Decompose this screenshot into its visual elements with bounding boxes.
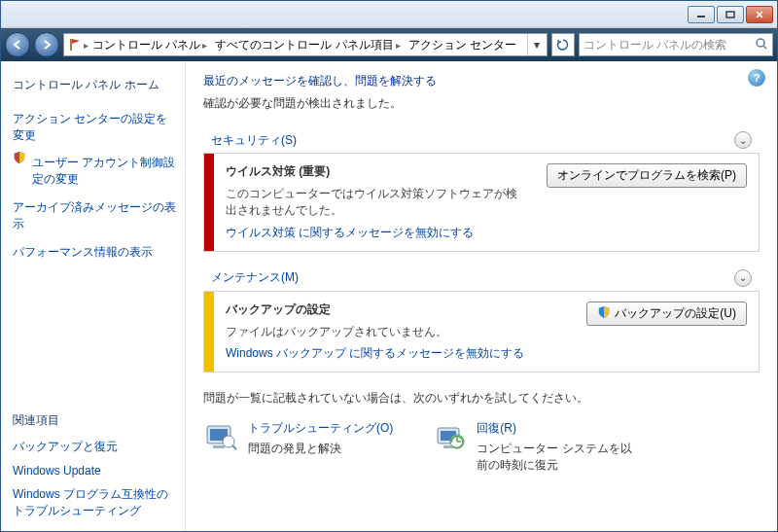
svg-rect-9 bbox=[213, 445, 225, 448]
search-placeholder: コントロール パネルの検索 bbox=[584, 37, 726, 53]
search-input[interactable]: コントロール パネルの検索 bbox=[579, 33, 773, 56]
breadcrumb-item[interactable]: すべてのコントロール パネル項目 ▸ bbox=[211, 37, 404, 53]
alert-body: ウイルス対策 (重要) このコンピューターではウイルス対策ソフトウェアが検出され… bbox=[214, 154, 535, 251]
alert-title: ウイルス対策 (重要) bbox=[226, 163, 523, 180]
refresh-button[interactable] bbox=[551, 33, 575, 56]
button-label: オンラインでプログラムを検索(P) bbox=[557, 167, 736, 184]
alert-body: バックアップの設定 ファイルはバックアップされていません。 Windows バッ… bbox=[214, 292, 575, 372]
control-panel-home-link[interactable]: コントロール パネル ホーム bbox=[13, 73, 177, 97]
svg-rect-1 bbox=[726, 12, 734, 18]
breadcrumb[interactable]: ▸ コントロール パネル ▸ すべてのコントロール パネル項目 ▸ アクション … bbox=[63, 33, 548, 56]
sidebar-item: アクション センターの設定を変更 bbox=[13, 107, 177, 148]
breadcrumb-label: アクション センター bbox=[408, 37, 516, 53]
sidebar-link-performance[interactable]: パフォーマンス情報の表示 bbox=[13, 240, 153, 265]
window-buttons bbox=[688, 6, 773, 23]
breadcrumb-label: すべてのコントロール パネル項目 bbox=[215, 37, 393, 53]
related-backup[interactable]: バックアップと復元 bbox=[13, 435, 177, 459]
alert-title: バックアップの設定 bbox=[226, 301, 563, 318]
breadcrumb-item[interactable]: アクション センター bbox=[405, 37, 520, 53]
related-heading: 関連項目 bbox=[13, 412, 177, 429]
maximize-button[interactable] bbox=[717, 6, 744, 23]
severity-stripe bbox=[204, 292, 214, 372]
recovery-icon bbox=[432, 420, 467, 455]
minimize-button[interactable] bbox=[688, 6, 715, 23]
svg-rect-4 bbox=[70, 39, 72, 51]
chevron-right-icon: ▸ bbox=[202, 40, 207, 51]
window-titlebar bbox=[1, 1, 777, 28]
svg-point-5 bbox=[757, 39, 764, 47]
related-windows-update[interactable]: Windows Update bbox=[13, 459, 177, 483]
alert-maintenance: バックアップの設定 ファイルはバックアップされていません。 Windows バッ… bbox=[203, 291, 760, 373]
chevron-down-icon[interactable]: ⌄ bbox=[734, 269, 752, 287]
section-header-security[interactable]: セキュリティ(S) ⌄ bbox=[203, 127, 760, 153]
chevron-right-icon: ▸ bbox=[396, 40, 401, 51]
footer-item-recovery: 回復(R) コンピューター システムを以前の時刻に復元 bbox=[432, 420, 632, 474]
troubleshoot-desc: 問題の発見と解決 bbox=[248, 441, 393, 457]
troubleshoot-link[interactable]: トラブルシューティング(O) bbox=[248, 420, 393, 437]
section-header-maintenance[interactable]: メンテナンス(M) ⌄ bbox=[203, 266, 760, 291]
footer-item-troubleshoot: トラブルシューティング(O) 問題の発見と解決 bbox=[203, 420, 393, 474]
sidebar-link-settings[interactable]: アクション センターの設定を変更 bbox=[13, 107, 177, 148]
alert-action: バックアップの設定(U) bbox=[575, 292, 759, 372]
sidebar-item: アーカイブ済みメッセージの表示 bbox=[13, 195, 177, 236]
back-button[interactable] bbox=[5, 32, 30, 57]
sidebar-link-uac[interactable]: ユーザー アカウント制御設定の変更 bbox=[32, 151, 177, 192]
disable-message-link[interactable]: ウイルス対策 に関するメッセージを無効にする bbox=[226, 226, 474, 239]
alert-description: このコンピューターではウイルス対策ソフトウェアが検出されませんでした。 bbox=[226, 186, 523, 219]
flag-icon bbox=[66, 36, 84, 53]
workspace: コントロール パネル ホーム アクション センターの設定を変更 ユーザー アカウ… bbox=[1, 61, 777, 531]
main-content: ? 最近のメッセージを確認し、問題を解決する 確認が必要な問題が検出されました。… bbox=[186, 61, 777, 531]
sidebar-link-archive[interactable]: アーカイブ済みメッセージの表示 bbox=[13, 195, 177, 236]
breadcrumb-item[interactable]: コントロール パネル ▸ bbox=[88, 37, 211, 53]
close-button[interactable] bbox=[746, 6, 773, 23]
troubleshoot-icon bbox=[203, 420, 238, 455]
sidebar-related: 関連項目 バックアップと復元 Windows Update Windows プロ… bbox=[13, 412, 177, 523]
search-online-button[interactable]: オンラインでプログラムを検索(P) bbox=[547, 163, 747, 188]
button-label: バックアップの設定(U) bbox=[615, 305, 736, 322]
sidebar-item: パフォーマンス情報の表示 bbox=[13, 240, 177, 265]
svg-line-11 bbox=[232, 445, 236, 449]
backup-settings-button[interactable]: バックアップの設定(U) bbox=[586, 301, 747, 326]
shield-icon bbox=[597, 305, 611, 322]
search-icon bbox=[755, 37, 768, 53]
section-link[interactable]: メンテナンス(M) bbox=[211, 269, 299, 286]
svg-line-6 bbox=[763, 46, 766, 49]
chevron-down-icon[interactable]: ⌄ bbox=[734, 131, 752, 149]
breadcrumb-label: コントロール パネル bbox=[92, 37, 200, 53]
footer-links: トラブルシューティング(O) 問題の発見と解決 回復(R) コンピューター シス… bbox=[203, 420, 760, 474]
related-compat-troubleshoot[interactable]: Windows プログラム互換性のトラブルシューティング bbox=[13, 482, 177, 523]
help-icon[interactable]: ? bbox=[748, 69, 765, 87]
sidebar: コントロール パネル ホーム アクション センターの設定を変更 ユーザー アカウ… bbox=[1, 61, 186, 531]
footer-note: 問題が一覧に記載されていない場合は、次のいずれかを試してください。 bbox=[203, 390, 760, 407]
recovery-link[interactable]: 回復(R) bbox=[477, 420, 632, 437]
alert-description: ファイルはバックアップされていません。 bbox=[226, 324, 537, 340]
alert-security: ウイルス対策 (重要) このコンピューターではウイルス対策ソフトウェアが検出され… bbox=[203, 153, 760, 252]
page-title: 最近のメッセージを確認し、問題を解決する bbox=[203, 73, 760, 89]
shield-icon bbox=[13, 151, 28, 166]
disable-message-link[interactable]: Windows バックアップ に関するメッセージを無効にする bbox=[226, 346, 524, 360]
forward-button[interactable] bbox=[34, 32, 59, 57]
recovery-desc: コンピューター システムを以前の時刻に復元 bbox=[477, 441, 632, 474]
svg-rect-0 bbox=[697, 16, 705, 18]
nav-bar: ▸ コントロール パネル ▸ すべてのコントロール パネル項目 ▸ アクション … bbox=[1, 28, 777, 61]
alert-action: オンラインでプログラムを検索(P) bbox=[535, 154, 759, 251]
section-link[interactable]: セキュリティ(S) bbox=[211, 132, 297, 149]
page-subtitle: 確認が必要な問題が検出されました。 bbox=[203, 95, 760, 112]
severity-stripe bbox=[204, 154, 214, 251]
sidebar-item: ユーザー アカウント制御設定の変更 bbox=[13, 151, 177, 192]
breadcrumb-dropdown[interactable]: ▾ bbox=[527, 34, 545, 55]
